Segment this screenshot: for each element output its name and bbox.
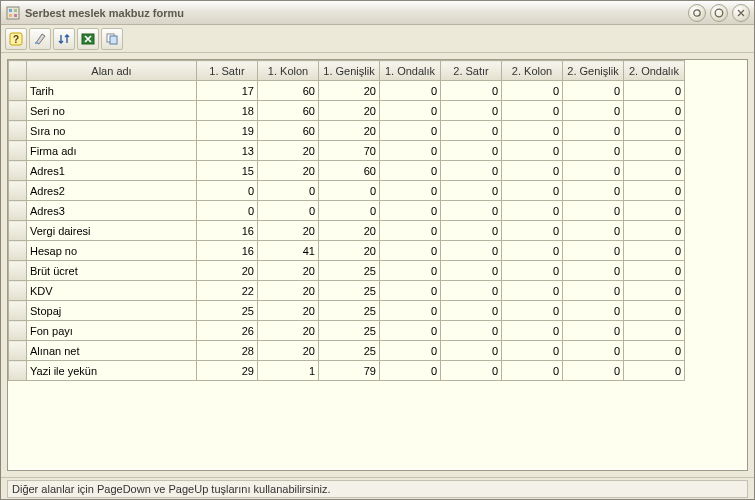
row-selector[interactable] xyxy=(9,161,27,181)
field-name-cell[interactable]: Hesap no xyxy=(27,241,197,261)
value-cell[interactable]: 0 xyxy=(441,221,502,241)
value-cell[interactable]: 25 xyxy=(319,341,380,361)
value-cell[interactable]: 22 xyxy=(197,281,258,301)
value-cell[interactable]: 20 xyxy=(319,221,380,241)
value-cell[interactable]: 0 xyxy=(563,321,624,341)
value-cell[interactable]: 16 xyxy=(197,221,258,241)
row-selector[interactable] xyxy=(9,361,27,381)
row-selector[interactable] xyxy=(9,261,27,281)
value-cell[interactable]: 0 xyxy=(319,201,380,221)
field-name-cell[interactable]: Fon payı xyxy=(27,321,197,341)
table-row[interactable]: Adres115206000000 xyxy=(9,161,747,181)
value-cell[interactable]: 0 xyxy=(258,181,319,201)
field-name-cell[interactable]: Vergi dairesi xyxy=(27,221,197,241)
value-cell[interactable]: 0 xyxy=(563,241,624,261)
value-cell[interactable]: 1 xyxy=(258,361,319,381)
maximize-button[interactable] xyxy=(710,4,728,22)
value-cell[interactable]: 25 xyxy=(319,301,380,321)
value-cell[interactable]: 0 xyxy=(563,181,624,201)
col-header[interactable]: 2. Satır xyxy=(441,61,502,81)
value-cell[interactable]: 0 xyxy=(441,341,502,361)
value-cell[interactable]: 15 xyxy=(197,161,258,181)
value-cell[interactable]: 0 xyxy=(197,181,258,201)
value-cell[interactable]: 0 xyxy=(502,101,563,121)
value-cell[interactable]: 0 xyxy=(380,301,441,321)
value-cell[interactable]: 0 xyxy=(502,161,563,181)
value-cell[interactable]: 0 xyxy=(502,221,563,241)
value-cell[interactable]: 0 xyxy=(563,361,624,381)
value-cell[interactable]: 0 xyxy=(380,81,441,101)
value-cell[interactable]: 17 xyxy=(197,81,258,101)
value-cell[interactable]: 0 xyxy=(563,261,624,281)
value-cell[interactable]: 20 xyxy=(258,321,319,341)
row-selector[interactable] xyxy=(9,101,27,121)
value-cell[interactable]: 25 xyxy=(319,321,380,341)
value-cell[interactable]: 0 xyxy=(563,341,624,361)
value-cell[interactable]: 25 xyxy=(197,301,258,321)
value-cell[interactable]: 0 xyxy=(441,361,502,381)
value-cell[interactable]: 0 xyxy=(441,101,502,121)
value-cell[interactable]: 0 xyxy=(624,141,685,161)
value-cell[interactable]: 60 xyxy=(258,101,319,121)
row-selector[interactable] xyxy=(9,141,27,161)
value-cell[interactable]: 0 xyxy=(502,261,563,281)
table-row[interactable]: Adres200000000 xyxy=(9,181,747,201)
row-selector[interactable] xyxy=(9,201,27,221)
value-cell[interactable]: 0 xyxy=(502,141,563,161)
close-button[interactable] xyxy=(732,4,750,22)
value-cell[interactable]: 0 xyxy=(441,81,502,101)
table-row[interactable]: Hesap no16412000000 xyxy=(9,241,747,261)
excel-button[interactable] xyxy=(77,28,99,50)
value-cell[interactable]: 20 xyxy=(258,281,319,301)
table-row[interactable]: Adres300000000 xyxy=(9,201,747,221)
value-cell[interactable]: 0 xyxy=(380,121,441,141)
value-cell[interactable]: 0 xyxy=(441,321,502,341)
value-cell[interactable]: 0 xyxy=(502,241,563,261)
value-cell[interactable]: 0 xyxy=(441,301,502,321)
value-cell[interactable]: 41 xyxy=(258,241,319,261)
value-cell[interactable]: 20 xyxy=(319,101,380,121)
value-cell[interactable]: 0 xyxy=(563,201,624,221)
row-selector[interactable] xyxy=(9,181,27,201)
value-cell[interactable]: 0 xyxy=(197,201,258,221)
value-cell[interactable]: 13 xyxy=(197,141,258,161)
value-cell[interactable]: 20 xyxy=(258,161,319,181)
copy-button[interactable] xyxy=(101,28,123,50)
value-cell[interactable]: 70 xyxy=(319,141,380,161)
value-cell[interactable]: 29 xyxy=(197,361,258,381)
value-cell[interactable]: 0 xyxy=(502,201,563,221)
value-cell[interactable]: 0 xyxy=(502,281,563,301)
table-row[interactable]: Alınan net28202500000 xyxy=(9,341,747,361)
table-row[interactable]: KDV22202500000 xyxy=(9,281,747,301)
value-cell[interactable]: 0 xyxy=(441,281,502,301)
value-cell[interactable]: 0 xyxy=(502,361,563,381)
value-cell[interactable]: 0 xyxy=(380,221,441,241)
value-cell[interactable]: 0 xyxy=(624,161,685,181)
value-cell[interactable]: 25 xyxy=(319,261,380,281)
col-header[interactable]: 1. Genişlik xyxy=(319,61,380,81)
field-name-cell[interactable]: KDV xyxy=(27,281,197,301)
value-cell[interactable]: 0 xyxy=(258,201,319,221)
value-cell[interactable]: 0 xyxy=(624,321,685,341)
value-cell[interactable]: 20 xyxy=(258,301,319,321)
data-grid[interactable]: Alan adı 1. Satır 1. Kolon 1. Genişlik 1… xyxy=(8,60,747,381)
value-cell[interactable]: 0 xyxy=(502,181,563,201)
value-cell[interactable]: 0 xyxy=(624,101,685,121)
value-cell[interactable]: 0 xyxy=(319,181,380,201)
value-cell[interactable]: 26 xyxy=(197,321,258,341)
value-cell[interactable]: 0 xyxy=(502,321,563,341)
value-cell[interactable]: 0 xyxy=(380,341,441,361)
col-header[interactable]: 1. Kolon xyxy=(258,61,319,81)
value-cell[interactable]: 0 xyxy=(380,201,441,221)
value-cell[interactable]: 0 xyxy=(624,221,685,241)
field-name-cell[interactable]: Tarih xyxy=(27,81,197,101)
value-cell[interactable]: 0 xyxy=(624,201,685,221)
value-cell[interactable]: 0 xyxy=(441,121,502,141)
value-cell[interactable]: 25 xyxy=(319,281,380,301)
value-cell[interactable]: 0 xyxy=(380,101,441,121)
field-name-cell[interactable]: Adres2 xyxy=(27,181,197,201)
row-selector-header[interactable] xyxy=(9,61,27,81)
value-cell[interactable]: 0 xyxy=(380,241,441,261)
table-row[interactable]: Sıra no19602000000 xyxy=(9,121,747,141)
value-cell[interactable]: 0 xyxy=(380,261,441,281)
